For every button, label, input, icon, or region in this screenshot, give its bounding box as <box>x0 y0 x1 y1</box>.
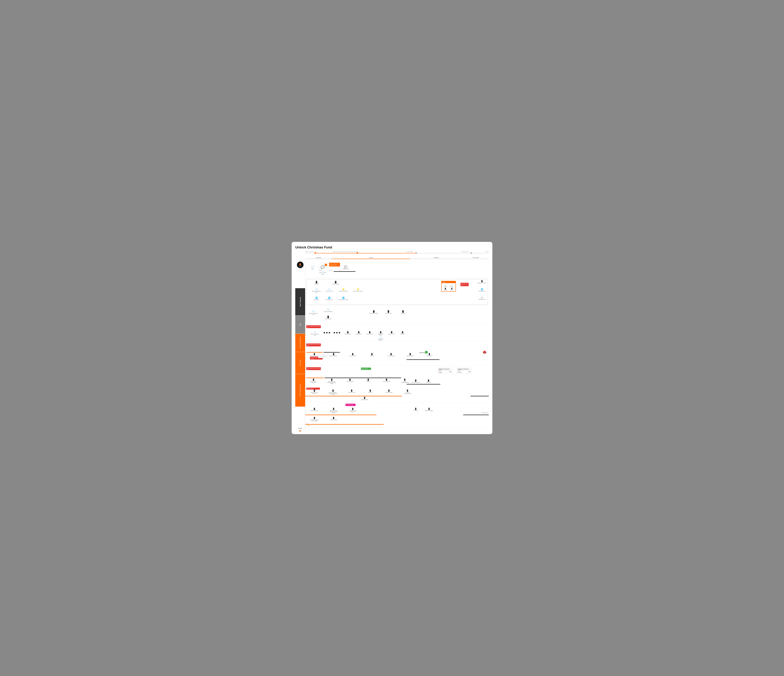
team-logo-dot <box>299 263 301 265</box>
shopping-instore-label: Shopping Instore <box>479 299 485 300</box>
s10-present-label: Present cashback <box>387 355 395 356</box>
phone-icon-2: 📱 <box>334 281 337 283</box>
node-s10-choose: 📱 Choose to unlock <box>348 353 357 356</box>
verify-label: Verify code <box>401 313 405 314</box>
node-canvas-choose: 📱 Choose to view activity 3rd <box>348 408 357 412</box>
canvas-bar: Canvas 🎨 <box>295 407 305 430</box>
phase-informed: Informed <box>305 256 331 259</box>
ia-view-label: Tap notifications - Show Purchase Fund S… <box>327 381 336 384</box>
canvas-choose-label: Choose to view activity 3rd <box>348 410 357 412</box>
popup-row-2: 📱 OTK SMS 📱 Toast code <box>442 287 455 291</box>
node-otp-email: ✉️ Receive OTP (Email) <box>324 308 333 312</box>
node-display-msg: 📱 Display message <box>360 397 369 400</box>
node-s10-present: 📱 Present cashback <box>387 353 396 356</box>
canvas-pencil-icon: ✏️ <box>307 424 310 426</box>
phase-unlock: Unlock <box>331 256 410 259</box>
popup-sms: 📱 OTK SMS <box>443 287 447 291</box>
node-s10-open: 📱 Open notifications <box>329 353 338 356</box>
canvas-text: Canvas <box>298 427 302 429</box>
other-channels-bar: Other Channels <box>295 288 305 315</box>
ia-card-2: CW App Clone: unlock points closed ● loc… <box>457 368 471 374</box>
popup-modal-box: Login ✉️ OW Email ✉️ Toast code <box>441 281 456 292</box>
bank-nodes-row: 📱 Receive comms to activity tab 📱 Push c… <box>310 389 412 395</box>
globe-icon-2: 🌐 <box>328 297 331 299</box>
phase-redeem: Redeem <box>410 256 462 259</box>
canvas-nodes-2: 📱 In-app message from shop message 📱 Dis… <box>310 417 338 421</box>
node-bank-3: 📱 Choose to unlock <box>347 389 356 393</box>
shopping-app-icon: 📱 <box>481 280 483 282</box>
dot-4 <box>334 332 335 333</box>
1st-download-row: 1st time registered and download app ✉️ … <box>305 324 489 342</box>
node-receive-giftcard: 📱 Receive the giftcard <box>424 408 434 411</box>
team-logo-text: Team <box>299 266 302 266</box>
node-unlock-order: 📱 Unlock Order <box>424 379 433 383</box>
node-cw-website: 🌐 CW website <box>312 297 321 300</box>
s10-mockup-text: In-app message from shop message <box>319 356 329 357</box>
timeline-label-5: 3 Days <box>485 251 489 252</box>
ia-card-1: CW App Clone: unlock points closed ● loc… <box>438 368 452 374</box>
phase-post-event: Post-event <box>462 256 489 259</box>
cw-otp-label: CW website unlock OTP <box>338 299 348 300</box>
node-bank-4: 📱 Insert Tab <box>366 389 375 393</box>
1st-download-bar: 1st time Download App <box>295 334 305 352</box>
timeline-label-2: 18th December - same day or school term … <box>333 251 358 252</box>
dl-otp-icon: 📱 <box>380 331 382 333</box>
bank-phone-4: 📱 <box>369 389 372 392</box>
popup-toast-icon: ✉️ <box>451 284 453 286</box>
bank-phone-5: 📱 <box>387 389 390 392</box>
enter-password-label: Enter password <box>325 318 331 319</box>
dl-email-icon: ✉️ <box>314 331 316 333</box>
node-dl-1: ✉️ Receive unlock direct email <box>310 331 320 336</box>
dots-row-2 <box>334 332 340 333</box>
redeem-bar <box>470 396 489 396</box>
open-app-store-label: Open App Store <box>345 333 351 334</box>
node-ia-choose: 📱 Choose to unlock <box>345 379 355 382</box>
canvas-push-icon: 📱 <box>313 408 316 410</box>
node-dl-otp: 📱 Receive OTP (SMS) <box>376 331 385 336</box>
canvas-display-label: Display message <box>330 419 337 420</box>
node-email: ✉️ Email <box>309 266 316 269</box>
in-app-text: IN APP / Pre-Redemption <box>300 384 301 397</box>
dl-verify-label: Verify code <box>400 333 405 334</box>
canvas-in-app-icon: 📱 <box>313 417 316 419</box>
node-ia-tap: 📱 Tap and complete/confirmed <box>400 379 409 383</box>
dots-row <box>324 332 330 333</box>
node-activity-tab: 📱 Activity Tab <box>411 408 420 411</box>
s10-bottom-bar <box>407 359 439 360</box>
node-cw-login: 🌐 CW Website Login <box>325 297 334 300</box>
page-title: Unlock Christmas Fund <box>295 246 489 249</box>
in-app-nodes-row: 📱 Receive comms to activity tab 📱 Tap no… <box>309 379 409 384</box>
open-swp-label: Open SWP app <box>366 333 373 334</box>
ia-comms-label: Receive comms to activity tab <box>309 381 318 383</box>
s10-phone-icon-1: 📱 <box>313 353 316 355</box>
bank-bottom-bar-orange <box>305 396 402 396</box>
s10-phone-icon-5: 📱 <box>390 353 392 355</box>
email-icon: ✉️ <box>311 266 314 268</box>
close-otp-icon: 📱 <box>387 310 390 313</box>
ia-phone-4: 📱 <box>367 379 370 381</box>
node-email-2: ✉️ Email <box>319 271 326 275</box>
display-msg-icon: 📱 <box>363 397 366 399</box>
node-s10-insert: 📱 Insert Tab <box>367 353 376 356</box>
node-shopping-instore: 🛒 Shopping Instore <box>477 297 487 300</box>
bank-phone-6: 📱 <box>406 389 409 392</box>
dot-5 <box>336 332 338 333</box>
status-bar-dark-1 <box>324 352 340 353</box>
ia-phone-6: 📱 <box>403 379 406 381</box>
globe-icon-3: 🌐 <box>342 297 345 299</box>
swimlane-label-s10-off: £10 off shop <box>295 352 305 374</box>
node-dl-close-otp: 📱 Close OTP code <box>387 331 396 334</box>
shopping-online-label: Shopping online <box>479 291 485 292</box>
node-contact-tab: 📱 Contact Tab <box>312 281 321 284</box>
otp-email-icon: ✉️ <box>327 308 330 311</box>
swimlane-label-will-they <box>295 270 305 288</box>
node-open-app-store: 📱 Open App Store <box>344 331 352 334</box>
in-app-row: £10 off registered and active app users … <box>305 366 489 402</box>
node-otp-sms: 📱 Receive OTP (SMS) <box>369 310 378 314</box>
s10-tap-label: Tap and complete <box>407 355 414 356</box>
node-enter-password: 📱 Enter password <box>324 315 333 319</box>
node-s10-tap: 📱 Tap and complete <box>406 353 415 356</box>
cw-website-label: CW website <box>314 299 319 300</box>
node-unlock-email: ✉️ Receive unlock direct email <box>312 288 321 293</box>
popup-code-icon: 📱 <box>451 287 453 289</box>
